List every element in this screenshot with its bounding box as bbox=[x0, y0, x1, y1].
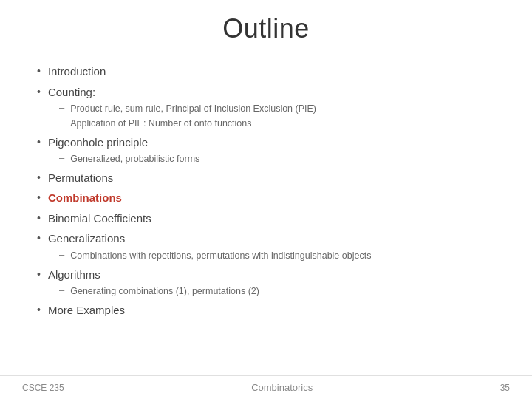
sub-bullet-counting-1: –Application of PIE: Number of onto func… bbox=[59, 117, 495, 131]
sub-dash-icon: – bbox=[59, 249, 64, 260]
sub-bullets-algorithms: –Generating combinations (1), permutatio… bbox=[37, 284, 495, 299]
sub-dash-icon: – bbox=[59, 284, 64, 296]
sub-bullets-generalizations: –Combinations with repetitions, permutat… bbox=[37, 249, 495, 263]
sub-text-generalizations-0: Combinations with repetitions, permutati… bbox=[70, 249, 371, 263]
bullet-text-algorithms: Algorithms bbox=[48, 267, 100, 284]
bullet-text-combinations: Combinations bbox=[48, 190, 122, 207]
slide: Outline •Introduction•Counting:–Product … bbox=[0, 0, 532, 399]
sub-text-counting-0: Product rule, sum rule, Principal of Inc… bbox=[70, 102, 316, 116]
bullet-dot: • bbox=[37, 268, 41, 280]
sub-bullet-pigeonhole-0: –Generalized, probabilistic forms bbox=[59, 152, 495, 166]
footer-page: 35 bbox=[500, 383, 510, 393]
bullet-dot: • bbox=[37, 65, 41, 77]
footer-title: Combinatorics bbox=[251, 382, 313, 393]
bullet-text-generalizations: Generalizations bbox=[48, 231, 125, 248]
bullet-dot: • bbox=[37, 171, 41, 183]
bullet-dot: • bbox=[37, 136, 41, 148]
bullet-text-pigeonhole: Pigeonhole principle bbox=[48, 134, 148, 151]
bullet-text-counting: Counting: bbox=[48, 84, 95, 101]
sub-bullet-generalizations-0: –Combinations with repetitions, permutat… bbox=[59, 249, 495, 263]
footer: CSCE 235 Combinatorics 35 bbox=[0, 375, 532, 399]
bullet-algorithms: •Algorithms bbox=[37, 267, 495, 284]
bullet-dot: • bbox=[37, 232, 41, 244]
slide-title: Outline bbox=[0, 13, 532, 44]
bullet-combinations: •Combinations bbox=[37, 190, 495, 207]
sub-dash-icon: – bbox=[59, 117, 64, 128]
bullet-generalizations: •Generalizations bbox=[37, 231, 495, 248]
content-area: •Introduction•Counting:–Product rule, su… bbox=[0, 52, 532, 318]
title-area: Outline bbox=[0, 0, 532, 52]
sub-text-counting-1: Application of PIE: Number of onto funct… bbox=[70, 117, 251, 131]
bullet-dot: • bbox=[37, 191, 41, 203]
bullet-text-intro: Introduction bbox=[48, 64, 106, 81]
sub-text-pigeonhole-0: Generalized, probabilistic forms bbox=[70, 152, 200, 166]
bullet-more-examples: •More Examples bbox=[37, 302, 495, 319]
bullet-dot: • bbox=[37, 86, 41, 98]
footer-course: CSCE 235 bbox=[22, 383, 64, 393]
sub-dash-icon: – bbox=[59, 102, 64, 113]
bullet-counting: •Counting: bbox=[37, 84, 495, 101]
bullet-pigeonhole: •Pigeonhole principle bbox=[37, 134, 495, 151]
sub-bullets-counting: –Product rule, sum rule, Principal of In… bbox=[37, 102, 495, 131]
sub-text-algorithms-0: Generating combinations (1), permutation… bbox=[70, 284, 259, 299]
sub-bullets-pigeonhole: –Generalized, probabilistic forms bbox=[37, 152, 495, 166]
bullet-intro: •Introduction bbox=[37, 64, 495, 81]
bullet-binomial: •Binomial Coefficients bbox=[37, 211, 495, 228]
bullet-dot: • bbox=[37, 304, 41, 316]
bullet-permutations: •Permutations bbox=[37, 170, 495, 187]
sub-dash-icon: – bbox=[59, 152, 64, 163]
bullet-text-binomial: Binomial Coefficients bbox=[48, 211, 151, 228]
sub-bullet-counting-0: –Product rule, sum rule, Principal of In… bbox=[59, 102, 495, 116]
bullet-text-permutations: Permutations bbox=[48, 170, 113, 187]
sub-bullet-algorithms-0: –Generating combinations (1), permutatio… bbox=[59, 284, 495, 299]
bullet-dot: • bbox=[37, 212, 41, 224]
bullet-text-more-examples: More Examples bbox=[48, 302, 125, 319]
